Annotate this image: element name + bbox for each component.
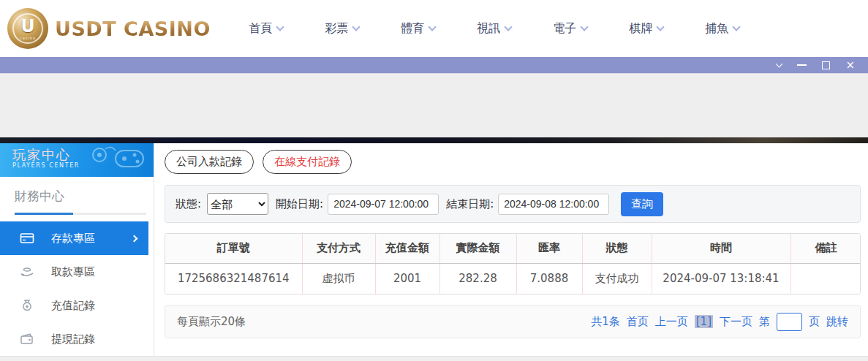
sidebar-item-label: 提現記錄 — [51, 332, 95, 346]
jump-prefix-label: 第 — [759, 315, 770, 329]
site-header: U casino USDT CASINO 首頁 彩票 體育 視訊 電子 棋牌 — [0, 0, 868, 57]
nav-item-chess[interactable]: 棋牌 — [608, 21, 684, 37]
sidebar-item-label: 取款專區 — [51, 265, 95, 279]
main-panel: 公司入款記錄 在線支付記錄 狀態: 全部 開始日期: 結束日期: 查詢 — [154, 143, 868, 356]
cell-exchange-rate: 7.0888 — [516, 263, 582, 294]
nav-label: 首頁 — [249, 21, 272, 37]
current-page-indicator: [1] — [695, 315, 713, 328]
pagination-controls: 共1条 首页 上一页 [1] 下一页 第 页 跳转 — [591, 313, 848, 331]
content-area: 玩家中心 PLAYERS CENTER 財務中心 — [0, 143, 868, 356]
end-date-input[interactable] — [498, 194, 609, 215]
nav-item-lottery[interactable]: 彩票 — [304, 21, 380, 37]
end-date-label: 結束日期: — [446, 197, 494, 211]
sidebar-item-recharge-records[interactable]: 充值記錄 — [0, 289, 154, 322]
total-count: 共1条 — [591, 315, 620, 329]
jump-action-link[interactable]: 跳转 — [826, 315, 848, 329]
per-page-text: 每頁顯示20條 — [177, 315, 246, 329]
status-label: 狀態: — [176, 197, 201, 211]
sidebar-item-withdraw-records[interactable]: 提現記錄 — [0, 322, 154, 356]
col-actual-amount: 實際金額 — [439, 234, 516, 263]
sidebar-item-withdraw-zone[interactable]: 取款專區 — [0, 255, 154, 289]
chevron-down-icon — [429, 23, 437, 31]
minimize-icon[interactable] — [797, 64, 807, 66]
record-tabs: 公司入款記錄 在線支付記錄 — [165, 150, 868, 174]
prev-page-link[interactable]: 上一页 — [655, 315, 688, 329]
maximize-icon[interactable] — [822, 61, 830, 69]
start-date-label: 開始日期: — [276, 197, 323, 211]
sidebar-menu: 存款專區 取款專區 充值記錄 提現記錄 — [0, 221, 154, 361]
search-button[interactable]: 查詢 — [621, 192, 663, 216]
status-select[interactable]: 全部 — [207, 193, 268, 215]
chevron-right-icon — [131, 235, 138, 242]
col-payment-method: 支付方式 — [302, 234, 375, 263]
nav-item-home[interactable]: 首頁 — [228, 21, 304, 37]
hand-coin-icon — [20, 265, 34, 279]
nav-label: 彩票 — [325, 21, 348, 37]
nav-item-live[interactable]: 視訊 — [456, 21, 532, 37]
nav-label: 電子 — [553, 21, 576, 37]
gamepad-icon — [83, 145, 149, 175]
finance-section: 財務中心 — [0, 177, 154, 215]
section-underline — [15, 213, 146, 215]
cell-payment-method: 虚拟币 — [302, 263, 375, 294]
chevron-down-icon — [505, 23, 513, 31]
finance-section-title: 財務中心 — [15, 188, 154, 205]
chevron-down-icon — [733, 23, 741, 31]
table-row: 1725686321487614 虚拟币 2001 282.28 7.0888 … — [165, 263, 861, 294]
window-titlebar: × — [0, 57, 868, 73]
col-exchange-rate: 匯率 — [516, 234, 582, 263]
sidebar-item-label: 充值記錄 — [51, 299, 95, 313]
nav-item-fishing[interactable]: 捕魚 — [684, 21, 761, 37]
main-nav: 首頁 彩票 體育 視訊 電子 棋牌 捕魚 — [228, 21, 761, 37]
usdt-coin-icon: U casino — [7, 8, 48, 49]
close-icon[interactable]: × — [845, 61, 855, 69]
tab-company-deposit-records[interactable]: 公司入款記錄 — [165, 150, 254, 174]
section-underline-accent — [15, 213, 73, 215]
brand-name: USDT CASINO — [55, 18, 211, 40]
chevron-down-icon — [657, 23, 665, 31]
filter-bar: 狀態: 全部 開始日期: 結束日期: 查詢 — [165, 185, 861, 223]
nav-label: 捕魚 — [705, 21, 728, 37]
table-header-row: 訂單號 支付方式 充值金額 實際金額 匯率 狀態 時間 備註 — [165, 234, 861, 263]
nav-label: 體育 — [401, 21, 424, 37]
first-page-link[interactable]: 首页 — [627, 315, 649, 329]
col-recharge-amount: 充值金額 — [375, 234, 439, 263]
jump-suffix-label: 页 — [809, 315, 820, 329]
page-jump-input[interactable] — [777, 313, 802, 331]
sidebar-item-deposit[interactable]: 存款專區 — [0, 221, 148, 255]
players-center-header: 玩家中心 PLAYERS CENTER — [0, 143, 154, 177]
sidebar-item-fund-records[interactable]: 資金記錄 — [0, 356, 154, 361]
nav-item-slots[interactable]: 電子 — [532, 21, 608, 37]
col-remarks: 備註 — [790, 234, 861, 263]
wallet-icon — [20, 332, 34, 346]
cell-remarks — [790, 263, 861, 294]
chevron-down-icon — [581, 23, 589, 31]
nav-label: 視訊 — [477, 21, 500, 37]
coin-ring — [12, 13, 43, 44]
nav-label: 棋牌 — [629, 21, 652, 37]
divider-strip — [0, 137, 868, 143]
bank-card-icon — [20, 231, 34, 246]
records-table: 訂單號 支付方式 充值金額 實際金額 匯率 狀態 時間 備註 172568632… — [165, 233, 861, 294]
cell-status: 支付成功 — [582, 263, 652, 294]
cell-time: 2024-09-07 13:18:41 — [652, 263, 790, 294]
cell-order-number: 1725686321487614 — [165, 263, 302, 294]
tab-online-payment-records[interactable]: 在線支付記錄 — [263, 150, 352, 174]
tab-label: 在線支付記錄 — [274, 155, 340, 169]
next-page-link[interactable]: 下一页 — [720, 315, 752, 329]
col-status: 狀態 — [582, 234, 652, 263]
sidebar: 玩家中心 PLAYERS CENTER 財務中心 — [0, 143, 154, 356]
nav-item-sports[interactable]: 體育 — [380, 21, 456, 37]
banner-area — [0, 73, 868, 137]
window-dropdown-icon[interactable] — [776, 61, 783, 68]
start-date-input[interactable] — [328, 194, 439, 215]
cell-actual-amount: 282.28 — [439, 263, 516, 294]
col-time: 時間 — [652, 234, 790, 263]
sidebar-item-label: 存款專區 — [51, 232, 95, 246]
brand-logo[interactable]: U casino USDT CASINO — [7, 8, 211, 49]
tab-label: 公司入款記錄 — [176, 155, 242, 169]
money-bag-icon — [20, 298, 34, 313]
cell-recharge-amount: 2001 — [375, 263, 439, 294]
pagination-bar: 每頁顯示20條 共1条 首页 上一页 [1] 下一页 第 页 跳转 — [165, 305, 861, 338]
chevron-down-icon — [276, 23, 284, 31]
